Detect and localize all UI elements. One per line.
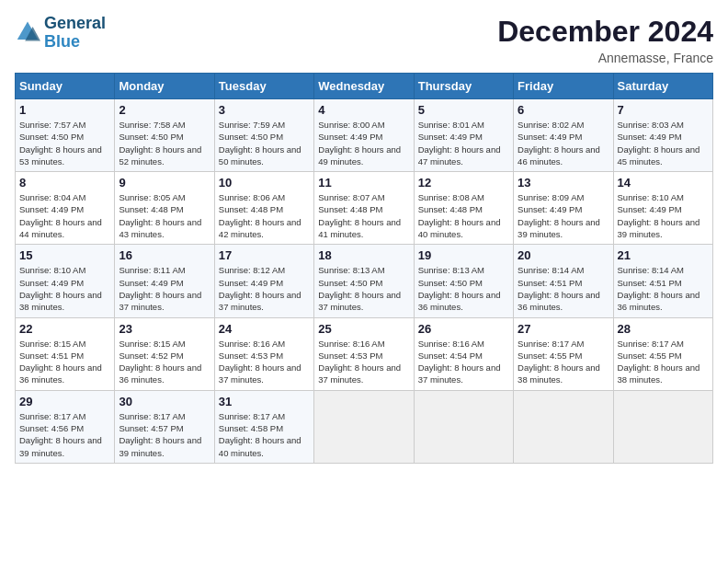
- col-header-tuesday: Tuesday: [214, 74, 313, 99]
- logo-line1: General: [44, 15, 106, 33]
- day-number: 17: [219, 248, 310, 262]
- cell-info: Sunrise: 7:58 AMSunset: 4:50 PMDaylight:…: [119, 120, 201, 167]
- day-number: 29: [19, 395, 110, 408]
- day-number: 18: [318, 248, 409, 262]
- cell-info: Sunrise: 7:59 AMSunset: 4:50 PMDaylight:…: [219, 120, 301, 167]
- day-number: 15: [19, 248, 110, 262]
- day-number: 4: [318, 103, 409, 117]
- calendar-cell: 3Sunrise: 7:59 AMSunset: 4:50 PMDaylight…: [214, 99, 313, 172]
- cell-info: Sunrise: 8:17 AMSunset: 4:57 PMDaylight:…: [119, 411, 201, 458]
- col-header-saturday: Saturday: [613, 74, 712, 99]
- cell-info: Sunrise: 8:17 AMSunset: 4:58 PMDaylight:…: [219, 411, 301, 458]
- cell-info: Sunrise: 8:17 AMSunset: 4:55 PMDaylight:…: [518, 339, 600, 385]
- cell-info: Sunrise: 8:11 AMSunset: 4:49 PMDaylight:…: [119, 265, 201, 312]
- calendar-cell: [314, 390, 414, 463]
- calendar-cell: 4Sunrise: 8:00 AMSunset: 4:49 PMDaylight…: [314, 99, 414, 172]
- calendar-cell: 18Sunrise: 8:13 AMSunset: 4:50 PMDayligh…: [314, 245, 414, 317]
- day-number: 30: [119, 395, 210, 408]
- calendar-cell: [613, 390, 712, 463]
- cell-info: Sunrise: 8:02 AMSunset: 4:49 PMDaylight:…: [518, 120, 600, 167]
- calendar-cell: 11Sunrise: 8:07 AMSunset: 4:48 PMDayligh…: [314, 172, 414, 245]
- day-number: 7: [618, 103, 709, 117]
- day-number: 26: [418, 322, 509, 336]
- calendar-cell: 10Sunrise: 8:06 AMSunset: 4:48 PMDayligh…: [214, 172, 313, 245]
- calendar-cell: 5Sunrise: 8:01 AMSunset: 4:49 PMDaylight…: [414, 99, 513, 172]
- calendar-cell: 17Sunrise: 8:12 AMSunset: 4:49 PMDayligh…: [214, 245, 313, 317]
- day-number: 21: [618, 248, 709, 262]
- cell-info: Sunrise: 8:10 AMSunset: 4:49 PMDaylight:…: [19, 265, 102, 312]
- cell-info: Sunrise: 8:15 AMSunset: 4:51 PMDaylight:…: [19, 339, 102, 385]
- cell-info: Sunrise: 8:14 AMSunset: 4:51 PMDaylight:…: [518, 265, 600, 312]
- day-number: 14: [618, 176, 709, 190]
- calendar-cell: 7Sunrise: 8:03 AMSunset: 4:49 PMDaylight…: [613, 99, 712, 172]
- month-title: December 2024: [497, 15, 713, 49]
- cell-info: Sunrise: 8:10 AMSunset: 4:49 PMDaylight:…: [618, 192, 700, 239]
- calendar-cell: 26Sunrise: 8:16 AMSunset: 4:54 PMDayligh…: [414, 317, 513, 390]
- day-number: 3: [219, 103, 310, 117]
- day-number: 28: [618, 322, 709, 336]
- logo: General Blue: [15, 15, 106, 52]
- day-number: 8: [19, 176, 110, 190]
- calendar-cell: 29Sunrise: 8:17 AMSunset: 4:56 PMDayligh…: [16, 390, 115, 463]
- calendar-cell: 22Sunrise: 8:15 AMSunset: 4:51 PMDayligh…: [16, 317, 115, 390]
- calendar-cell: 9Sunrise: 8:05 AMSunset: 4:48 PMDaylight…: [115, 172, 214, 245]
- day-number: 9: [119, 176, 210, 190]
- day-number: 6: [518, 103, 609, 117]
- calendar-cell: 21Sunrise: 8:14 AMSunset: 4:51 PMDayligh…: [613, 245, 712, 317]
- cell-info: Sunrise: 8:04 AMSunset: 4:49 PMDaylight:…: [19, 192, 102, 239]
- calendar-cell: 28Sunrise: 8:17 AMSunset: 4:55 PMDayligh…: [613, 317, 712, 390]
- day-number: 25: [318, 322, 409, 336]
- calendar-cell: 16Sunrise: 8:11 AMSunset: 4:49 PMDayligh…: [115, 245, 214, 317]
- logo-line2: Blue: [44, 33, 106, 52]
- cell-info: Sunrise: 8:00 AMSunset: 4:49 PMDaylight:…: [318, 120, 401, 167]
- week-row-3: 15Sunrise: 8:10 AMSunset: 4:49 PMDayligh…: [16, 245, 713, 317]
- day-number: 13: [518, 176, 609, 190]
- calendar-cell: 25Sunrise: 8:16 AMSunset: 4:53 PMDayligh…: [314, 317, 414, 390]
- calendar-cell: 27Sunrise: 8:17 AMSunset: 4:55 PMDayligh…: [514, 317, 613, 390]
- cell-info: Sunrise: 8:09 AMSunset: 4:49 PMDaylight:…: [518, 192, 600, 239]
- calendar-table: SundayMondayTuesdayWednesdayThursdayFrid…: [15, 73, 713, 464]
- cell-info: Sunrise: 8:17 AMSunset: 4:56 PMDaylight:…: [19, 411, 102, 458]
- col-header-wednesday: Wednesday: [314, 74, 414, 99]
- week-row-1: 1Sunrise: 7:57 AMSunset: 4:50 PMDaylight…: [16, 99, 713, 172]
- day-number: 5: [418, 103, 509, 117]
- calendar-cell: 24Sunrise: 8:16 AMSunset: 4:53 PMDayligh…: [214, 317, 313, 390]
- cell-info: Sunrise: 7:57 AMSunset: 4:50 PMDaylight:…: [19, 120, 102, 167]
- day-number: 2: [119, 103, 210, 117]
- day-number: 27: [518, 322, 609, 336]
- calendar-cell: 20Sunrise: 8:14 AMSunset: 4:51 PMDayligh…: [514, 245, 613, 317]
- calendar-cell: 1Sunrise: 7:57 AMSunset: 4:50 PMDaylight…: [16, 99, 115, 172]
- day-number: 20: [518, 248, 609, 262]
- week-row-5: 29Sunrise: 8:17 AMSunset: 4:56 PMDayligh…: [16, 390, 713, 463]
- cell-info: Sunrise: 8:16 AMSunset: 4:54 PMDaylight:…: [418, 339, 501, 385]
- cell-info: Sunrise: 8:08 AMSunset: 4:48 PMDaylight:…: [418, 192, 501, 239]
- day-number: 22: [19, 322, 110, 336]
- logo-text: General Blue: [44, 15, 106, 52]
- calendar-cell: 31Sunrise: 8:17 AMSunset: 4:58 PMDayligh…: [214, 390, 313, 463]
- cell-info: Sunrise: 8:17 AMSunset: 4:55 PMDaylight:…: [618, 339, 700, 385]
- day-number: 11: [318, 176, 409, 190]
- calendar-cell: 2Sunrise: 7:58 AMSunset: 4:50 PMDaylight…: [115, 99, 214, 172]
- day-number: 16: [119, 248, 210, 262]
- day-number: 12: [418, 176, 509, 190]
- calendar-cell: 15Sunrise: 8:10 AMSunset: 4:49 PMDayligh…: [16, 245, 115, 317]
- cell-info: Sunrise: 8:15 AMSunset: 4:52 PMDaylight:…: [119, 339, 201, 385]
- cell-info: Sunrise: 8:03 AMSunset: 4:49 PMDaylight:…: [618, 120, 700, 167]
- cell-info: Sunrise: 8:01 AMSunset: 4:49 PMDaylight:…: [418, 120, 501, 167]
- cell-info: Sunrise: 8:16 AMSunset: 4:53 PMDaylight:…: [318, 339, 401, 385]
- day-number: 24: [219, 322, 310, 336]
- cell-info: Sunrise: 8:16 AMSunset: 4:53 PMDaylight:…: [219, 339, 301, 385]
- calendar-cell: 8Sunrise: 8:04 AMSunset: 4:49 PMDaylight…: [16, 172, 115, 245]
- calendar-cell: 30Sunrise: 8:17 AMSunset: 4:57 PMDayligh…: [115, 390, 214, 463]
- cell-info: Sunrise: 8:13 AMSunset: 4:50 PMDaylight:…: [318, 265, 401, 312]
- cell-info: Sunrise: 8:07 AMSunset: 4:48 PMDaylight:…: [318, 192, 401, 239]
- logo-icon: [15, 20, 40, 46]
- calendar-cell: [414, 390, 513, 463]
- col-header-thursday: Thursday: [414, 74, 513, 99]
- calendar-cell: 23Sunrise: 8:15 AMSunset: 4:52 PMDayligh…: [115, 317, 214, 390]
- day-number: 19: [418, 248, 509, 262]
- calendar-cell: 19Sunrise: 8:13 AMSunset: 4:50 PMDayligh…: [414, 245, 513, 317]
- day-number: 10: [219, 176, 310, 190]
- location: Annemasse, France: [497, 51, 713, 65]
- cell-info: Sunrise: 8:05 AMSunset: 4:48 PMDaylight:…: [119, 192, 201, 239]
